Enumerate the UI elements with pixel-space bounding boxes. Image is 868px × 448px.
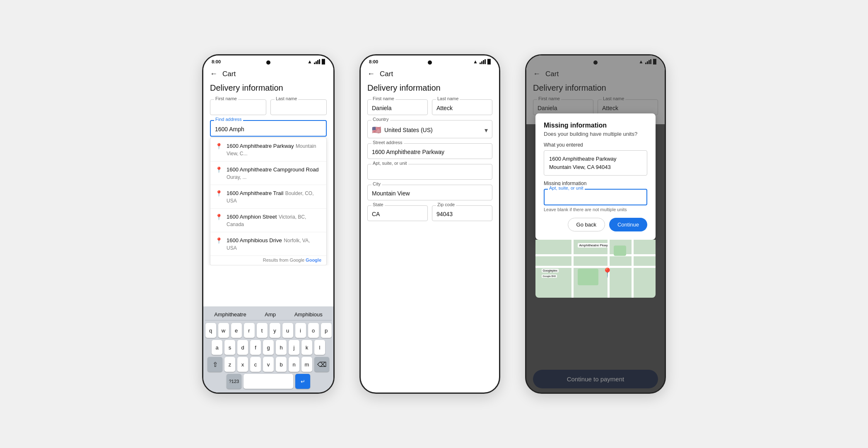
- battery-icon-1: ▉: [322, 59, 325, 65]
- autocomplete-item-1[interactable]: 📍 1600 Amphitheatre Campground Road Oura…: [210, 161, 326, 185]
- autocomplete-item-4[interactable]: 📍 1600 Amphibious Drive Norfolk, VA, USA: [210, 232, 326, 256]
- key-k[interactable]: k: [301, 340, 312, 355]
- suggestion-0[interactable]: Amphitheatre: [211, 311, 249, 318]
- key-d[interactable]: d: [237, 340, 248, 355]
- dialog-buttons: Go back Continue: [544, 218, 647, 231]
- apt-input[interactable]: [367, 164, 492, 180]
- street-group: Street address: [367, 143, 492, 159]
- back-button-1[interactable]: ←: [210, 70, 217, 78]
- back-button-2[interactable]: ←: [367, 70, 375, 78]
- key-space[interactable]: [244, 374, 293, 389]
- battery-icon-2: ▉: [487, 59, 491, 65]
- key-e[interactable]: e: [231, 323, 242, 338]
- key-i[interactable]: i: [295, 323, 306, 338]
- autocomplete-text-3: 1600 Amphion Street Victoria, BC, Canada: [227, 213, 321, 228]
- city-label: City: [371, 181, 382, 186]
- key-h[interactable]: h: [276, 340, 287, 355]
- dialog-title: Missing information: [544, 122, 647, 129]
- key-enter[interactable]: ↵: [295, 374, 310, 389]
- time-1: 8:00: [212, 59, 221, 64]
- keyboard-row-2: ⇧ z x c v b n m ⌫: [205, 357, 332, 372]
- dialog-address-line1: 1600 Amphitheatre Parkway: [549, 155, 642, 163]
- key-x[interactable]: x: [237, 357, 248, 372]
- map-pin: 📍: [602, 267, 613, 278]
- city-input[interactable]: [367, 185, 492, 200]
- go-back-button[interactable]: Go back: [568, 218, 605, 231]
- dialog-apt-input[interactable]: [544, 189, 647, 205]
- continue-button[interactable]: Continue: [609, 218, 647, 231]
- wifi-icon-2: ▲: [473, 59, 478, 65]
- last-name-input-1[interactable]: [270, 99, 327, 115]
- google-attribution: Results from Google Google: [210, 256, 326, 265]
- country-select[interactable]: 🇺🇸 United States (US) ▾: [367, 120, 492, 138]
- keyboard-row-3: ?123 ↵: [205, 374, 332, 389]
- key-c[interactable]: c: [250, 357, 261, 372]
- key-123[interactable]: ?123: [227, 374, 241, 389]
- key-g[interactable]: g: [263, 340, 274, 355]
- last-name-input-2[interactable]: [432, 99, 492, 115]
- autocomplete-main-3: 1600 Amphion Street: [227, 214, 277, 220]
- dialog-overlay: Missing information Does your building h…: [526, 55, 665, 393]
- autocomplete-item-3[interactable]: 📍 1600 Amphion Street Victoria, BC, Cana…: [210, 209, 326, 232]
- suggestion-2[interactable]: Amphibious: [291, 311, 326, 318]
- status-bar-2: 8:00 ▲ ▉: [361, 55, 499, 66]
- autocomplete-main-4: 1600 Amphibious Drive: [227, 237, 282, 243]
- content-2: Delivery information First name Last nam…: [361, 80, 499, 226]
- key-p[interactable]: p: [321, 323, 332, 338]
- autocomplete-dropdown: 📍 1600 Amphitheatre Parkway Mountain Vie…: [210, 137, 327, 265]
- last-name-group-1: Last name: [270, 99, 327, 115]
- key-l[interactable]: l: [314, 340, 325, 355]
- autocomplete-item-2[interactable]: 📍 1600 Amphitheatre Trail Boulder, CO, U…: [210, 185, 326, 209]
- key-r[interactable]: r: [244, 323, 255, 338]
- key-w[interactable]: w: [218, 323, 229, 338]
- page-title-1: Delivery information: [210, 83, 327, 93]
- key-f[interactable]: f: [250, 340, 261, 355]
- key-v[interactable]: v: [263, 357, 274, 372]
- state-input[interactable]: [367, 205, 428, 221]
- camera-dot-2: [428, 60, 432, 65]
- key-shift[interactable]: ⇧: [207, 357, 222, 372]
- what-entered-label: What you entered: [544, 142, 647, 148]
- key-a[interactable]: a: [212, 340, 222, 355]
- keyboard-suggestions: Amphitheatre Amp Amphibious: [205, 309, 332, 320]
- signal-bars-2: [480, 59, 486, 64]
- key-o[interactable]: o: [308, 323, 319, 338]
- key-m[interactable]: m: [301, 357, 312, 372]
- map-google-label: Google B40: [542, 275, 557, 278]
- key-n[interactable]: n: [289, 357, 299, 372]
- country-value: United States (US): [384, 127, 433, 133]
- street-label: Street address: [371, 140, 404, 145]
- map-thumbnail: Amphitheatre Pkwy Googleplex Google B40 …: [535, 240, 656, 298]
- key-t[interactable]: t: [257, 323, 268, 338]
- key-z[interactable]: z: [224, 357, 235, 372]
- find-address-input[interactable]: [210, 120, 327, 137]
- autocomplete-text-2: 1600 Amphitheatre Trail Boulder, CO, USA: [227, 189, 321, 204]
- key-u[interactable]: u: [282, 323, 293, 338]
- apt-label: Apt, suite, or unit: [371, 161, 408, 166]
- chevron-down-icon: ▾: [485, 126, 488, 134]
- key-q[interactable]: q: [205, 323, 216, 338]
- key-b[interactable]: b: [276, 357, 287, 372]
- suggestion-1[interactable]: Amp: [261, 311, 279, 318]
- camera-dot-1: [266, 60, 270, 65]
- autocomplete-text-4: 1600 Amphibious Drive Norfolk, VA, USA: [227, 236, 321, 251]
- autocomplete-sub-1: Ouray, ...: [227, 174, 246, 180]
- street-input[interactable]: [367, 143, 492, 159]
- autocomplete-item-0[interactable]: 📍 1600 Amphitheatre Parkway Mountain Vie…: [210, 138, 326, 161]
- keyboard-1: Amphitheatre Amp Amphibious q w e r t y …: [203, 306, 333, 393]
- dialog-address-line2: Mountain View, CA 94043: [549, 163, 642, 171]
- state-group: State: [367, 205, 428, 221]
- first-name-input-1[interactable]: [210, 99, 266, 115]
- last-name-label-2: Last name: [436, 96, 460, 101]
- first-name-input-2[interactable]: [367, 99, 428, 115]
- zip-input[interactable]: [432, 205, 492, 221]
- key-backspace[interactable]: ⌫: [314, 357, 329, 372]
- key-j[interactable]: j: [289, 340, 299, 355]
- key-y[interactable]: y: [270, 323, 280, 338]
- cart-title-2: Cart: [380, 70, 393, 78]
- country-left: 🇺🇸 United States (US): [372, 125, 433, 135]
- pin-icon-1: 📍: [215, 166, 222, 173]
- phone-1: 8:00 ▲ ▉ ← Cart Delivery information Fir…: [202, 54, 335, 394]
- find-address-label: Find address: [214, 117, 243, 122]
- key-s[interactable]: s: [224, 340, 235, 355]
